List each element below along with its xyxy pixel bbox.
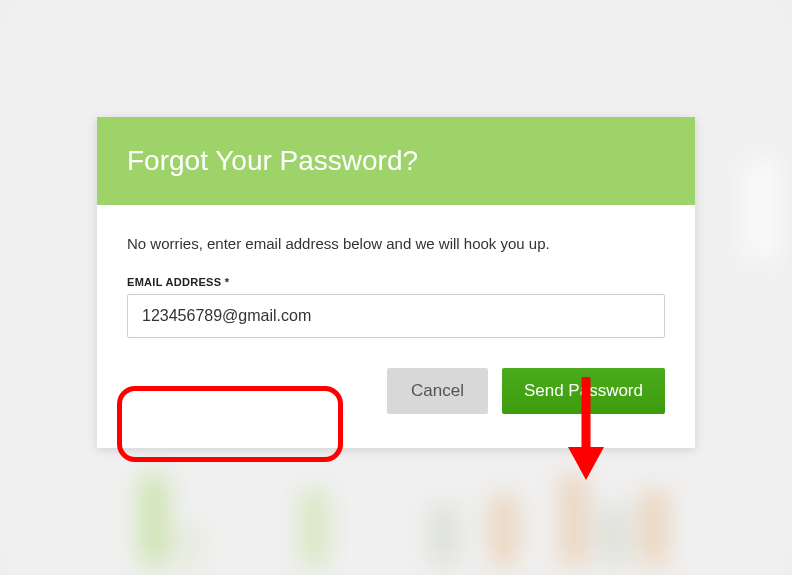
helper-text: No worries, enter email address below an…: [127, 235, 665, 252]
modal-body: No worries, enter email address below an…: [97, 205, 695, 448]
button-row: Cancel Send Password: [127, 368, 665, 414]
modal-header: Forgot Your Password?: [97, 117, 695, 205]
forgot-password-modal: Forgot Your Password? No worries, enter …: [97, 117, 695, 448]
email-label: EMAIL ADDRESS *: [127, 276, 665, 288]
email-field[interactable]: [127, 294, 665, 338]
cancel-button[interactable]: Cancel: [387, 368, 488, 414]
send-password-button[interactable]: Send Password: [502, 368, 665, 414]
modal-title: Forgot Your Password?: [127, 145, 665, 177]
